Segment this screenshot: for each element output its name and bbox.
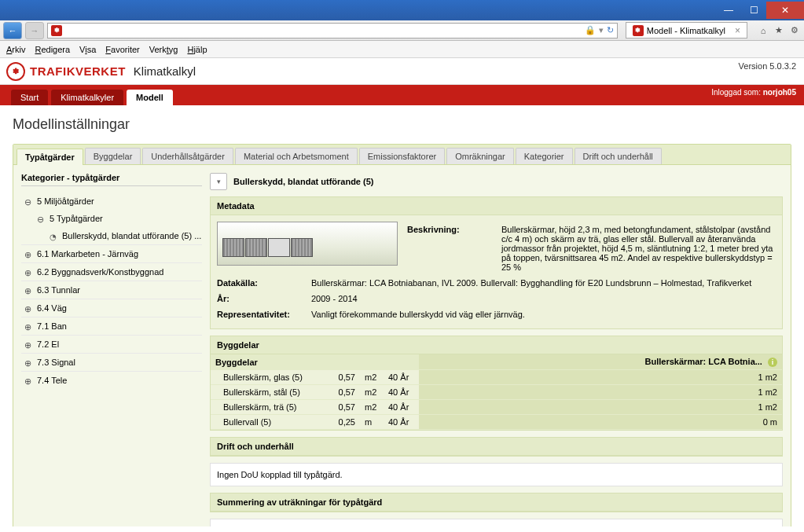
sub-tab[interactable]: Omräkningar <box>446 148 514 164</box>
summary-section: Summering av uträkningar för typåtgärd <box>210 493 783 512</box>
tab-close-icon[interactable]: × <box>735 25 740 36</box>
metadata-row: År:2009 - 2014 <box>217 291 776 306</box>
table-row: Bullerskärm, trä (5)0,57m240 År1 m2 <box>211 400 782 415</box>
ssl-lock-icon: 🔒 <box>585 25 596 35</box>
site-favicon: ✽ <box>51 25 62 36</box>
tree-item[interactable]: 7.3 Signal <box>21 353 202 371</box>
tree-item[interactable]: 7.4 Tele <box>21 371 202 389</box>
tree-item-label: 7.4 Tele <box>37 376 67 385</box>
leaf-icon[interactable] <box>50 232 57 240</box>
app-title: Klimatkalkyl <box>134 64 196 78</box>
window-close-button[interactable]: ✕ <box>766 2 804 19</box>
expand-icon[interactable] <box>24 340 32 348</box>
metadata-row: Representativitet:Vanligt förekommande b… <box>217 306 776 322</box>
collapse-icon[interactable] <box>37 215 45 222</box>
byggdelar-heading: Byggdelar <box>211 336 782 354</box>
tree-item[interactable]: 5 Typåtgärder <box>34 210 202 227</box>
tree-item-label: 7.1 Ban <box>37 321 67 331</box>
settings-panel: TypåtgärderByggdelarUnderhållsåtgärderMa… <box>13 144 791 526</box>
tree-item-label: 7.2 El <box>37 339 59 349</box>
metadata-section: Metadata Beskrivning:Bullerskärmar, höjd… <box>210 196 783 329</box>
menu-verktyg[interactable]: Verktyg <box>149 45 178 54</box>
info-icon[interactable]: i <box>768 358 777 367</box>
tree-item-label: 6.2 Byggnadsverk/Konstbyggnad <box>37 267 163 277</box>
expand-icon[interactable] <box>24 376 32 384</box>
collapse-icon[interactable] <box>24 197 32 205</box>
sub-tab[interactable]: Kategorier <box>516 148 573 164</box>
window-titlebar: — ☐ ✕ <box>0 0 804 20</box>
metadata-label: Beskrivning: <box>407 225 501 272</box>
menu-visa[interactable]: Visa <box>79 45 96 54</box>
metadata-label: Datakälla: <box>217 278 311 288</box>
page-title: Modellinställningar <box>13 116 791 133</box>
byggdelar-section: Byggdelar Byggdelar Bullerskärmar: LCA B… <box>210 336 783 431</box>
tree-item[interactable]: 6.2 Byggnadsverk/Konstbyggnad <box>21 262 202 281</box>
dou-section: Drift och underhåll <box>210 437 783 457</box>
sub-tab[interactable]: Typåtgärder <box>17 149 83 165</box>
sub-tab[interactable]: Byggdelar <box>85 148 141 164</box>
sub-tab[interactable]: Emissionsfaktorer <box>359 148 445 164</box>
menu-hjalp[interactable]: Hjälp <box>187 45 207 54</box>
tools-gear-icon[interactable]: ⚙ <box>788 25 801 35</box>
browser-menubar: Arkiv Redigera Visa Favoriter Verktyg Hj… <box>0 41 804 58</box>
tree-item-label: 5 Miljöåtgärder <box>37 196 94 206</box>
sub-tab[interactable]: Material och Arbetsmoment <box>235 148 358 164</box>
trafikverket-logo-icon: ✽ <box>6 62 25 81</box>
tree-item[interactable]: 6.1 Markarbeten - Järnväg <box>21 244 202 262</box>
tree-item[interactable]: 6.3 Tunnlar <box>21 281 202 299</box>
window-min-button[interactable]: — <box>716 2 741 19</box>
tab-favicon: ✽ <box>633 25 644 36</box>
tree-item-label: 6.1 Markarbeten - Järnväg <box>37 249 138 259</box>
detail-dropdown-toggle[interactable]: ▾ <box>210 173 227 190</box>
byggdelar-col2: Bullerskärmar: LCA Botnia... <box>645 357 762 366</box>
menu-arkiv[interactable]: Arkiv <box>6 45 25 54</box>
app-header: ✽ TRAFIKVERKET Klimatkalkyl Version 5.0.… <box>0 58 804 85</box>
expand-icon[interactable] <box>24 250 32 258</box>
metadata-value: Bullerskärmar: LCA Botniabanan, IVL 2009… <box>311 278 776 288</box>
metadata-heading: Metadata <box>211 197 782 215</box>
metadata-label: Representativitet: <box>217 310 311 319</box>
metadata-value: 2009 - 2014 <box>311 294 776 303</box>
category-tree-panel: Kategorier - typåtgärder 5 Miljöåtgärder… <box>13 165 210 526</box>
main-tab-klimatkalkyler[interactable]: Klimatkalkyler <box>51 90 123 105</box>
metadata-value: Vanligt förekommande bullerskydd vid väg… <box>311 310 776 319</box>
tree-item-label: Bullerskydd, blandat utförande (5) ... <box>62 231 201 240</box>
metadata-row: Beskrivning:Bullerskärmar, höjd 2,3 m, m… <box>407 222 776 275</box>
tree-item[interactable]: 6.4 Väg <box>21 299 202 317</box>
home-icon[interactable]: ⌂ <box>757 26 769 35</box>
url-field[interactable]: ✽ 🔒 ▾ ↻ <box>47 23 618 39</box>
refresh-icon[interactable]: ↻ <box>607 25 614 35</box>
nav-forward-button[interactable]: → <box>25 22 44 39</box>
table-row: Bullerskärm, glas (5)0,57m240 År1 m2 <box>211 370 782 385</box>
expand-icon[interactable] <box>24 304 32 312</box>
metadata-label: År: <box>217 294 311 303</box>
menu-favoriter[interactable]: Favoriter <box>105 45 139 54</box>
main-tab-start[interactable]: Start <box>11 90 48 105</box>
login-status: Inloggad som: norjoh05 <box>711 88 796 97</box>
cross-section-sketch <box>217 222 398 266</box>
tree-item-label: 7.3 Signal <box>37 358 75 367</box>
expand-icon[interactable] <box>24 286 32 294</box>
browser-tab-title: Modell - Klimatkalkyl <box>647 26 725 35</box>
table-row: Bullervall (5)0,25m40 År0 m <box>211 415 782 430</box>
browser-tab[interactable]: ✽ Modell - Klimatkalkyl × <box>626 22 747 39</box>
main-tab-modell[interactable]: Modell <box>127 90 173 105</box>
metadata-value: Bullerskärmar, höjd 2,3 m, med betongfun… <box>501 225 776 272</box>
favorites-icon[interactable]: ★ <box>773 25 785 35</box>
expand-icon[interactable] <box>24 268 32 276</box>
tree-item[interactable]: Bullerskydd, blandat utförande (5) ... <box>46 227 202 244</box>
nav-back-button[interactable]: ← <box>3 22 22 39</box>
expand-icon[interactable] <box>24 358 32 366</box>
tree-item[interactable]: 7.1 Ban <box>21 317 202 335</box>
tree-item[interactable]: 7.2 El <box>21 335 202 353</box>
menu-redigera[interactable]: Redigera <box>35 45 70 54</box>
tree-item[interactable]: 5 Miljöåtgärder <box>21 193 202 210</box>
expand-icon[interactable] <box>24 322 32 330</box>
sub-tab[interactable]: Underhållsåtgärder <box>142 148 233 164</box>
tree-item-label: 6.4 Väg <box>37 303 67 313</box>
dou-body: Ingen DoU kopplad till typåtgärd. <box>210 463 783 486</box>
detail-title: Bullerskydd, blandat utförande (5) <box>233 177 373 186</box>
sub-tab[interactable]: Drift och underhåll <box>575 148 662 164</box>
primary-nav: Inloggad som: norjoh05 StartKlimatkalkyl… <box>0 85 804 105</box>
window-max-button[interactable]: ☐ <box>741 2 766 19</box>
